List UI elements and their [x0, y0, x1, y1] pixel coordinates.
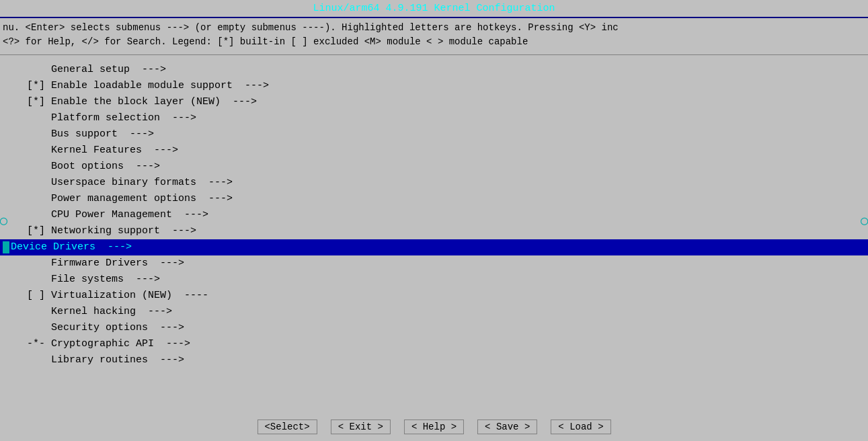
terminal: Linux/arm64 4.9.191 Kernel Configuration… [0, 0, 868, 441]
menu-item-networking[interactable]: [*] Networking support ---> [0, 223, 868, 239]
help-button[interactable]: < Help > [404, 419, 464, 434]
menu-item-platform-selection[interactable]: Platform selection ---> [0, 110, 868, 126]
save-button[interactable]: < Save > [477, 419, 537, 434]
menu-item-file-systems[interactable]: File systems ---> [0, 272, 868, 288]
title-text: Linux/arm64 4.9.191 Kernel Configuration [313, 3, 555, 14]
top-border [0, 17, 868, 18]
menu-item-power-management[interactable]: Power management options ---> [0, 191, 868, 207]
title-bar: Linux/arm64 4.9.191 Kernel Configuration [0, 0, 868, 15]
menu-item-firmware-drivers[interactable]: Firmware Drivers ---> [0, 255, 868, 272]
divider [0, 54, 868, 55]
select-button[interactable]: <Select> [257, 419, 317, 434]
highlight-bar [3, 241, 9, 253]
left-scroll-arrow[interactable]: ◯ [0, 213, 7, 228]
bottom-buttons: <Select> < Exit > < Help > < Save > < Lo… [257, 419, 610, 434]
load-button[interactable]: < Load > [551, 419, 610, 434]
menu-item-virtualization[interactable]: [ ] Virtualization (NEW) ---- [0, 288, 868, 304]
menu-item-library-routines[interactable]: Library routines ---> [0, 352, 868, 368]
exit-button[interactable]: < Exit > [331, 419, 391, 434]
help-text: nu. <Enter> selects submenus ---> (or em… [0, 19, 868, 50]
device-drivers-label: Device Drivers ---> [11, 239, 132, 255]
menu-area: General setup ---> [*] Enable loadable m… [0, 59, 868, 371]
menu-item-boot-options[interactable]: Boot options ---> [0, 159, 868, 175]
right-scroll-arrow[interactable]: ◯ [861, 213, 868, 228]
menu-item-device-drivers[interactable]: Device Drivers ---> [0, 239, 868, 255]
menu-item-security-options[interactable]: Security options ---> [0, 320, 868, 336]
menu-item-kernel-hacking[interactable]: Kernel hacking ---> [0, 304, 868, 320]
help-line2: <?> for Help, </> for Search. Legend: [*… [3, 35, 865, 49]
menu-item-block-layer[interactable]: [*] Enable the block layer (NEW) ---> [0, 94, 868, 110]
menu-item-kernel-features[interactable]: Kernel Features ---> [0, 143, 868, 159]
menu-item-userspace-binary[interactable]: Userspace binary formats ---> [0, 175, 868, 191]
menu-item-loadable-module[interactable]: [*] Enable loadable module support ---> [0, 78, 868, 94]
menu-item-cpu-power[interactable]: CPU Power Management ---> [0, 207, 868, 223]
menu-item-cryptographic-api[interactable]: -*- Cryptographic API ---> [0, 336, 868, 352]
menu-item-bus-support[interactable]: Bus support ---> [0, 126, 868, 143]
help-line1: nu. <Enter> selects submenus ---> (or em… [3, 21, 865, 35]
menu-item-general-setup[interactable]: General setup ---> [0, 62, 868, 78]
